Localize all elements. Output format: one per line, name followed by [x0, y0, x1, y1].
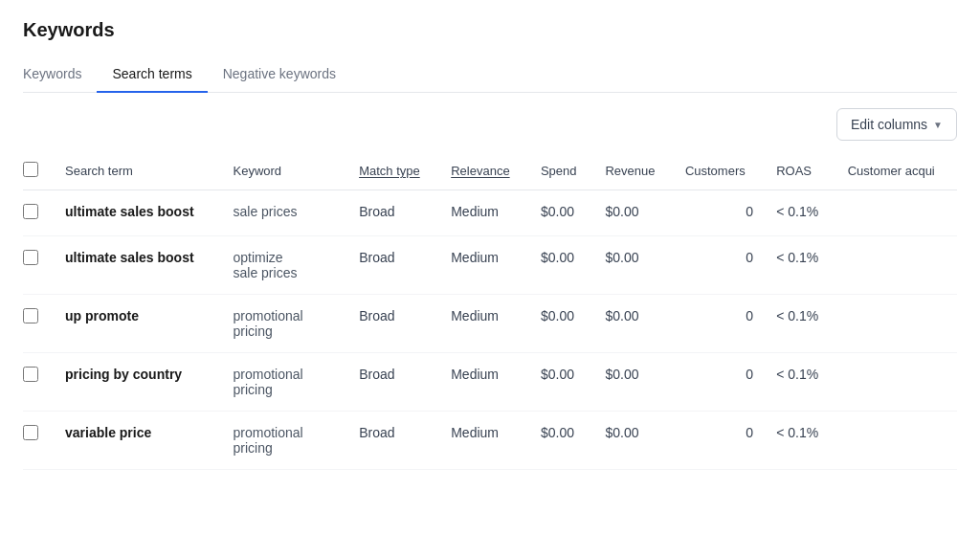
col-header-match-type[interactable]: Match type [347, 152, 439, 190]
cell-customer-acqu [836, 236, 957, 295]
cell-search-term: ultimate sales boost [54, 236, 222, 295]
cell-match-type: Broad [347, 295, 439, 353]
toolbar: Edit columns ▼ [23, 108, 957, 141]
cell-revenue: $0.00 [593, 236, 673, 295]
table-row: variable pricepromotional pricingBroadMe… [23, 412, 957, 470]
cell-roas: < 0.1% [765, 295, 836, 353]
row-checkbox-cell[interactable] [23, 190, 54, 236]
row-checkbox[interactable] [23, 204, 38, 219]
col-header-spend: Spend [529, 152, 594, 190]
cell-relevance: Medium [439, 412, 529, 470]
cell-roas: < 0.1% [765, 190, 836, 236]
cell-match-type: Broad [347, 353, 439, 412]
cell-relevance: Medium [439, 295, 529, 353]
keywords-table: Search term Keyword Match type Relevance… [23, 152, 957, 470]
cell-revenue: $0.00 [593, 190, 673, 236]
tab-keywords[interactable]: Keywords [23, 56, 97, 93]
cell-customers: 0 [674, 295, 765, 353]
cell-spend: $0.00 [529, 190, 594, 236]
row-checkbox[interactable] [23, 308, 38, 323]
cell-customers: 0 [674, 353, 765, 412]
cell-roas: < 0.1% [765, 236, 836, 295]
tab-negative-keywords[interactable]: Negative keywords [208, 56, 351, 93]
cell-customer-acqu [836, 190, 957, 236]
cell-match-type: Broad [347, 190, 439, 236]
table-row: pricing by countrypromotional pricingBro… [23, 353, 957, 412]
tab-search-terms[interactable]: Search terms [97, 56, 207, 93]
cell-keyword: promotional pricing [222, 295, 348, 353]
col-header-customers: Customers [674, 152, 765, 190]
cell-spend: $0.00 [529, 412, 594, 470]
cell-keyword: sale prices [222, 190, 348, 236]
cell-keyword: promotional pricing [222, 353, 348, 412]
select-all-checkbox-header[interactable] [23, 152, 54, 190]
cell-revenue: $0.00 [593, 412, 673, 470]
table-wrapper: Search term Keyword Match type Relevance… [23, 152, 957, 470]
select-all-checkbox[interactable] [23, 162, 38, 177]
row-checkbox[interactable] [23, 425, 38, 440]
cell-relevance: Medium [439, 353, 529, 412]
chevron-down-icon: ▼ [933, 120, 943, 130]
cell-spend: $0.00 [529, 353, 594, 412]
col-header-search-term: Search term [54, 152, 222, 190]
cell-customer-acqu [836, 353, 957, 412]
cell-search-term: variable price [54, 412, 222, 470]
cell-search-term: ultimate sales boost [54, 190, 222, 236]
table-row: ultimate sales boostsale pricesBroadMedi… [23, 190, 957, 236]
page-container: Keywords Keywords Search terms Negative … [0, 0, 980, 489]
cell-relevance: Medium [439, 236, 529, 295]
table-header-row: Search term Keyword Match type Relevance… [23, 152, 957, 190]
cell-customer-acqu [836, 295, 957, 353]
tabs-nav: Keywords Search terms Negative keywords [23, 56, 957, 93]
col-header-customer-acqu: Customer acqui [836, 152, 957, 190]
cell-spend: $0.00 [529, 295, 594, 353]
cell-customers: 0 [674, 190, 765, 236]
row-checkbox[interactable] [23, 367, 38, 382]
row-checkbox-cell[interactable] [23, 295, 54, 353]
col-header-revenue: Revenue [593, 152, 673, 190]
cell-match-type: Broad [347, 236, 439, 295]
row-checkbox-cell[interactable] [23, 353, 54, 412]
page-title: Keywords [23, 19, 957, 41]
cell-revenue: $0.00 [593, 353, 673, 412]
col-header-keyword: Keyword [222, 152, 348, 190]
cell-customers: 0 [674, 412, 765, 470]
cell-search-term: pricing by country [54, 353, 222, 412]
cell-keyword: promotional pricing [222, 412, 348, 470]
row-checkbox-cell[interactable] [23, 236, 54, 295]
edit-columns-label: Edit columns [851, 117, 927, 132]
table-row: up promotepromotional pricingBroadMedium… [23, 295, 957, 353]
edit-columns-button[interactable]: Edit columns ▼ [836, 108, 957, 141]
cell-customer-acqu [836, 412, 957, 470]
cell-roas: < 0.1% [765, 412, 836, 470]
cell-keyword: optimize sale prices [222, 236, 348, 295]
cell-match-type: Broad [347, 412, 439, 470]
row-checkbox[interactable] [23, 250, 38, 265]
col-header-relevance[interactable]: Relevance [439, 152, 529, 190]
cell-revenue: $0.00 [593, 295, 673, 353]
cell-roas: < 0.1% [765, 353, 836, 412]
row-checkbox-cell[interactable] [23, 412, 54, 470]
cell-spend: $0.00 [529, 236, 594, 295]
cell-relevance: Medium [439, 190, 529, 236]
cell-customers: 0 [674, 236, 765, 295]
cell-search-term: up promote [54, 295, 222, 353]
table-row: ultimate sales boostoptimize sale prices… [23, 236, 957, 295]
col-header-roas: ROAS [765, 152, 836, 190]
